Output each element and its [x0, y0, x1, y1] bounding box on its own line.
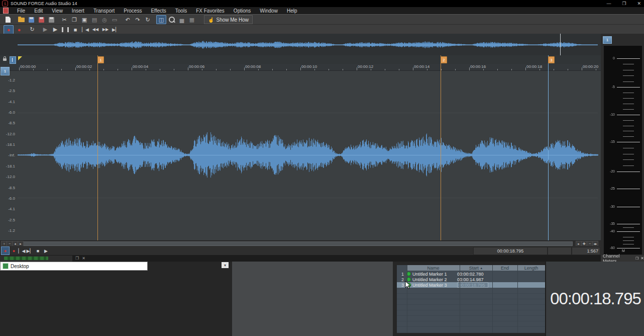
new-file-button[interactable] — [4, 16, 13, 24]
column-name[interactable]: Name — [407, 265, 460, 271]
marker-line[interactable] — [97, 55, 98, 240]
restore-panel-icon[interactable]: ❐ — [635, 257, 638, 261]
menu-transport[interactable]: Transport — [89, 7, 119, 14]
go-to-start-button[interactable]: ▏◀ — [18, 247, 26, 255]
menu-file[interactable]: File — [13, 7, 30, 14]
trim-button[interactable]: ▭ — [110, 16, 119, 24]
chevron-down-icon[interactable]: ▾ — [222, 262, 229, 268]
menu-edit[interactable]: Edit — [30, 7, 47, 14]
open-button[interactable] — [17, 16, 26, 24]
undo-button[interactable]: ↶ — [123, 16, 132, 24]
menu-tools[interactable]: Tools — [171, 7, 191, 14]
meter-minor-tick — [623, 104, 634, 104]
go-to-end-button[interactable]: ▶▏ — [26, 247, 34, 255]
meter-minor-tick — [623, 93, 634, 93]
go-to-end-icon: ▶▏ — [112, 27, 119, 32]
minimize-button[interactable]: — — [606, 1, 611, 6]
paste-special-button[interactable]: ▤ — [90, 16, 99, 24]
menu-effects[interactable]: Effects — [146, 7, 170, 14]
play-button[interactable]: ▶ — [51, 26, 60, 34]
save-button[interactable] — [27, 16, 36, 24]
column-length[interactable]: Length — [517, 265, 545, 271]
spectrum-button[interactable]: ▦ — [187, 16, 196, 24]
stop-button[interactable]: ■ — [34, 247, 42, 255]
forward-button[interactable]: ▶▶ — [101, 26, 110, 34]
repeat-button[interactable]: ↻ — [143, 16, 152, 24]
grid-line — [517, 265, 518, 333]
record-arm-button[interactable]: ● — [1, 246, 10, 255]
paste-button[interactable]: ▣ — [80, 16, 89, 24]
record-icon: ● — [13, 248, 15, 254]
marker-row[interactable]: 3Untitled Marker 300:00:18.795 — [397, 282, 545, 288]
record-arm-button[interactable]: ● — [4, 25, 14, 34]
zoom-tool-button[interactable] — [167, 16, 176, 24]
close-window-icon[interactable]: ✕ — [82, 256, 85, 261]
go-to-end-button[interactable]: ▶▏ — [111, 26, 120, 34]
channel-meter[interactable]: 0-5-10-15-20-25-30-35-40-60M — [604, 46, 642, 255]
menu-fx-favorites[interactable]: FX Favorites — [191, 7, 229, 14]
scrollbar-thumb[interactable] — [23, 241, 573, 246]
menu-insert[interactable]: Insert — [67, 7, 89, 14]
restore-window-icon[interactable]: ❐ — [75, 256, 79, 261]
redo-button[interactable]: ↷ — [133, 16, 142, 24]
meter-minor-tick — [623, 154, 634, 154]
loop-playback-button[interactable]: ↻ — [28, 26, 37, 34]
play-all-button[interactable]: ▶ — [41, 26, 50, 34]
meter-scale-label: -5 — [604, 85, 615, 89]
undo-icon: ↶ — [125, 17, 130, 23]
marker-flag[interactable]: 1 — [97, 56, 104, 63]
close-button[interactable]: ✕ — [637, 1, 641, 6]
location-combobox[interactable]: Desktop ▾ — [0, 262, 148, 271]
menu-window[interactable]: Window — [255, 7, 282, 14]
menu-view[interactable]: View — [47, 7, 67, 14]
waveform-overview[interactable] — [0, 34, 601, 56]
copy-button[interactable]: ❐ — [70, 16, 79, 24]
menu-help[interactable]: Help — [282, 7, 302, 14]
save-as-button[interactable] — [37, 16, 46, 24]
marker-line[interactable] — [441, 55, 441, 240]
db-label: -Inf. — [0, 153, 15, 157]
meter-major-tick — [617, 172, 640, 172]
menu-options[interactable]: Options — [229, 7, 255, 14]
rewind-button[interactable]: ◀◀ — [91, 26, 100, 34]
time-ruler[interactable]: 00:00:0000:00:0200:00:0400:00:0600:00:08… — [0, 64, 601, 71]
edit-cursor-tool-icon[interactable] — [10, 56, 16, 64]
waveform-canvas[interactable] — [18, 70, 598, 240]
stop-button[interactable]: ■ — [71, 26, 80, 34]
play-button[interactable]: ▶ — [42, 247, 50, 255]
column-start[interactable]: Start ▲ — [460, 265, 492, 271]
channel-converter-button[interactable]: ◫ — [156, 15, 166, 24]
document-icon — [3, 8, 9, 14]
play-all-icon: ▶ — [43, 26, 47, 33]
menu-bar: FileEditViewInsertTransportProcessEffect… — [0, 7, 644, 14]
menu-process[interactable]: Process — [119, 7, 146, 14]
show-me-how-button[interactable]: ☝ Show Me How — [204, 15, 253, 24]
marker-row[interactable]: 1Untitled Marker 100:00:02.780 — [397, 271, 545, 277]
marker-flag[interactable]: 2 — [441, 56, 447, 63]
ruler-label: 00:00:16 — [470, 64, 486, 69]
close-panel-icon[interactable]: ✕ — [640, 256, 644, 261]
grid-line — [460, 265, 460, 333]
marker-start-edit-field[interactable]: 00:00:18.795 — [457, 282, 488, 288]
marker-line[interactable] — [548, 55, 549, 240]
statistics-button[interactable]: ▅ — [177, 16, 186, 24]
document-tab[interactable] — [0, 256, 72, 262]
db-label: -18.1 — [0, 142, 15, 147]
go-to-start-icon: ▏◀ — [82, 27, 89, 32]
pause-button[interactable] — [61, 26, 70, 34]
marker-row[interactable]: 2Untitled Marker 200:00:14.987 — [397, 277, 545, 282]
marker-bar[interactable] — [0, 55, 601, 64]
column-end[interactable]: End — [492, 265, 517, 271]
record-button[interactable]: ● — [15, 26, 24, 34]
markers-table-header: Name Start ▲ End Length — [407, 265, 545, 271]
record-button[interactable]: ● — [10, 247, 18, 255]
go-to-start-icon: ▏◀ — [19, 248, 26, 254]
restore-button[interactable]: ❐ — [622, 1, 626, 6]
go-to-start-button[interactable]: ▏◀ — [81, 26, 90, 34]
save-all-button[interactable] — [47, 16, 56, 24]
cut-button[interactable]: ✂ — [60, 16, 69, 24]
mix-button[interactable]: ◎ — [100, 16, 109, 24]
repeat-icon: ↻ — [145, 17, 150, 23]
marker-empty-row[interactable] — [397, 326, 545, 332]
marker-flag[interactable]: 3 — [548, 56, 555, 63]
